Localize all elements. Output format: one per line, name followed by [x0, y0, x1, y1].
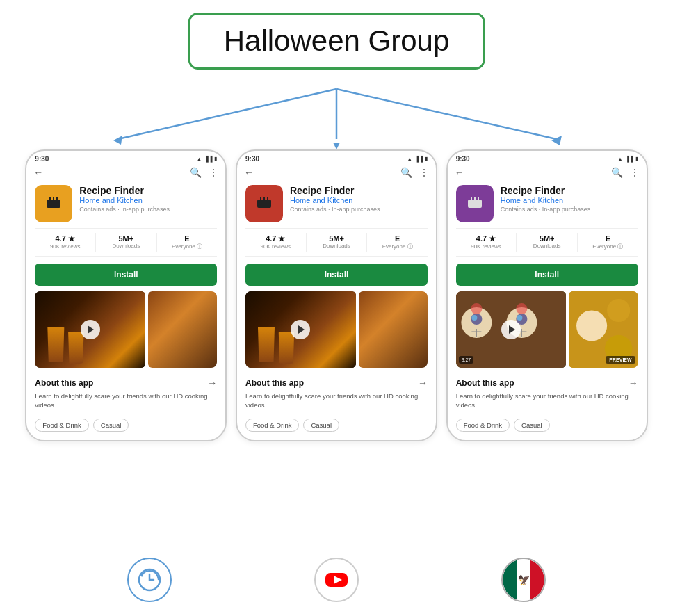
- screenshots-1: [35, 291, 217, 368]
- wifi-icon-1: ▲: [196, 156, 202, 163]
- screenshot-main-3: 3:27: [456, 291, 567, 368]
- stat-label-rating-2: 90K reviews: [245, 243, 306, 250]
- nav-bar-3: ← 🔍 ⋮: [448, 164, 647, 181]
- stat-rating-2: 4.7 ★ 90K reviews: [245, 233, 306, 252]
- app-meta-1: Contains ads · In-app purchases: [79, 206, 217, 213]
- stat-rating-1: 4.7 ★ 90K reviews: [35, 233, 95, 252]
- status-bar-3: 9:30 ▲ ▐▐ ▮: [448, 151, 647, 164]
- svg-marker-1: [113, 136, 122, 145]
- duration-badge: 3:27: [459, 356, 474, 364]
- about-arrow-3[interactable]: →: [629, 378, 638, 389]
- svg-line-4: [336, 89, 556, 139]
- tag-food-2[interactable]: Food & Drink: [245, 419, 299, 432]
- stat-rating-age-1: E Everyone ⓘ: [156, 233, 218, 252]
- status-icons-2: ▲ ▐▐ ▮: [407, 156, 428, 163]
- stat-value-rating-2: 4.7 ★: [245, 234, 306, 243]
- about-arrow-1[interactable]: →: [207, 378, 217, 389]
- svg-marker-3: [333, 143, 340, 149]
- stat-rating-age-3: E Everyone ⓘ: [577, 233, 638, 252]
- flag-white: 🦅: [517, 559, 530, 601]
- back-icon-2[interactable]: ←: [244, 167, 254, 178]
- nav-icons-1: 🔍 ⋮: [190, 167, 218, 178]
- status-time-3: 9:30: [456, 155, 470, 163]
- battery-icon-2: ▮: [425, 156, 428, 162]
- play-button-3[interactable]: [501, 320, 521, 339]
- nav-icons-2: 🔍 ⋮: [400, 167, 429, 178]
- about-text-1: Learn to delightfully scare your friends…: [35, 391, 217, 410]
- stat-label-age-3: Everyone ⓘ: [578, 243, 638, 250]
- app-info-1: Recipe Finder Home and Kitchen Contains …: [79, 185, 217, 213]
- flag-green: [503, 559, 517, 601]
- svg-marker-5: [551, 136, 562, 145]
- stat-value-age-1: E: [157, 234, 218, 243]
- svg-point-32: [516, 303, 527, 314]
- stat-value-downloads-3: 5M+: [517, 234, 577, 243]
- phone-1: 9:30 ▲ ▐▐ ▮ ← 🔍 ⋮ Recipe Finder Home and…: [25, 149, 227, 441]
- tag-food-3[interactable]: Food & Drink: [456, 419, 510, 432]
- tag-food-1[interactable]: Food & Drink: [35, 419, 88, 432]
- nav-bar-2: ← 🔍 ⋮: [237, 164, 436, 181]
- tag-casual-3[interactable]: Casual: [514, 419, 550, 432]
- nav-bar-1: ← 🔍 ⋮: [26, 164, 225, 181]
- stat-rating-age-2: E Everyone ⓘ: [366, 233, 428, 252]
- app-meta-2: Contains ads · In-app purchases: [290, 206, 428, 213]
- status-time-2: 9:30: [245, 155, 259, 163]
- title-box: Halloween Group: [188, 13, 485, 70]
- history-icon-container[interactable]: [127, 558, 172, 602]
- about-title-1: About this app: [35, 378, 93, 388]
- history-icon: [135, 565, 164, 594]
- phones-row: 9:30 ▲ ▐▐ ▮ ← 🔍 ⋮ Recipe Finder Home and…: [0, 149, 673, 441]
- about-header-3: About this app →: [456, 378, 638, 389]
- status-time-1: 9:30: [35, 155, 49, 163]
- status-bar-2: 9:30 ▲ ▐▐ ▮: [237, 151, 436, 164]
- stat-value-age-3: E: [578, 234, 638, 243]
- stats-row-2: 4.7 ★ 90K reviews 5M+ Downloads E Everyo…: [245, 228, 428, 257]
- play-button-2[interactable]: [291, 320, 310, 339]
- about-arrow-2[interactable]: →: [418, 378, 428, 389]
- mexico-flag-container[interactable]: 🦅: [501, 558, 546, 602]
- youtube-icon-container[interactable]: [314, 558, 359, 602]
- search-icon-3[interactable]: 🔍: [611, 167, 623, 178]
- about-section-2: About this app → Learn to delightfully s…: [237, 373, 436, 413]
- stat-label-age-2: Everyone ⓘ: [367, 243, 428, 250]
- install-button-3[interactable]: Install: [456, 264, 638, 286]
- tag-casual-1[interactable]: Casual: [93, 419, 129, 432]
- phone-3: 9:30 ▲ ▐▐ ▮ ← 🔍 ⋮ Recipe Finder Home and…: [446, 149, 648, 441]
- search-icon-1[interactable]: 🔍: [190, 167, 202, 178]
- app-subtitle-2: Home and Kitchen: [290, 196, 428, 204]
- app-header-2: Recipe Finder Home and Kitchen Contains …: [237, 181, 436, 228]
- more-icon-1[interactable]: ⋮: [209, 167, 218, 178]
- screenshots-2: [245, 291, 428, 368]
- stat-rating-3: 4.7 ★ 90K reviews: [456, 233, 517, 252]
- status-icons-3: ▲ ▐▐ ▮: [617, 156, 638, 163]
- more-icon-3[interactable]: ⋮: [630, 167, 640, 178]
- stat-label-rating-3: 90K reviews: [456, 243, 517, 250]
- stat-label-downloads-2: Downloads: [307, 243, 367, 249]
- stat-label-age-1: Everyone ⓘ: [157, 243, 218, 250]
- preview-badge: PREVIEW: [606, 356, 635, 364]
- screenshot-main-1: [35, 291, 145, 368]
- back-icon-3[interactable]: ←: [455, 167, 464, 178]
- about-title-3: About this app: [456, 378, 514, 388]
- screenshot-side-1: [148, 291, 217, 368]
- install-button-1[interactable]: Install: [35, 264, 217, 286]
- back-icon-1[interactable]: ←: [33, 167, 43, 178]
- app-icon-3: [456, 185, 494, 222]
- status-icons-1: ▲ ▐▐ ▮: [196, 156, 217, 163]
- battery-icon-1: ▮: [214, 156, 217, 162]
- more-icon-2[interactable]: ⋮: [419, 167, 429, 178]
- app-name-2: Recipe Finder: [290, 185, 428, 196]
- search-icon-2[interactable]: 🔍: [400, 167, 412, 178]
- tags-row-3: Food & Drink Casual: [448, 413, 647, 440]
- svg-point-21: [471, 315, 477, 321]
- play-button-1[interactable]: [81, 320, 100, 339]
- stat-downloads-3: 5M+ Downloads: [516, 233, 577, 252]
- about-header-1: About this app →: [35, 378, 217, 389]
- about-header-2: About this app →: [245, 378, 428, 389]
- install-button-2[interactable]: Install: [245, 264, 428, 286]
- app-meta-3: Contains ads · In-app purchases: [501, 206, 638, 213]
- app-icon-2: [245, 185, 283, 222]
- svg-point-25: [471, 303, 482, 314]
- tag-casual-2[interactable]: Casual: [303, 419, 339, 432]
- svg-point-34: [576, 310, 607, 341]
